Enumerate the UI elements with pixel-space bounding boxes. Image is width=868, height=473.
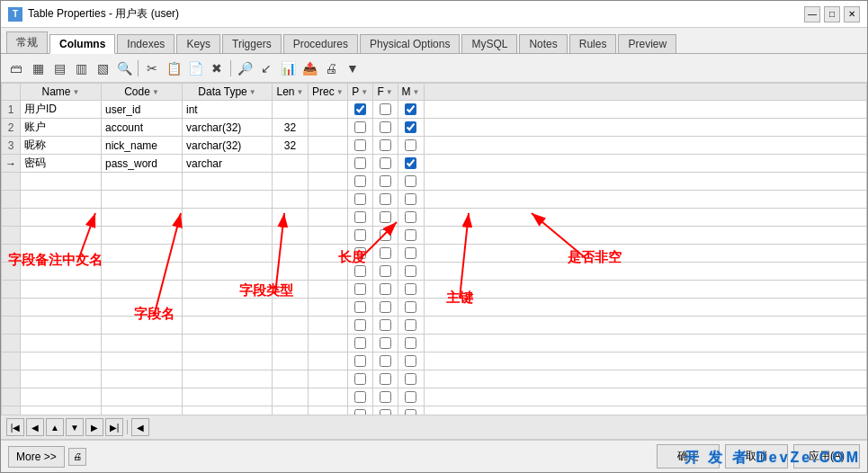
cell-foreign-key[interactable] [372,353,398,370]
cell-primary-key[interactable] [347,299,372,317]
nav-last[interactable]: ▶| [105,418,123,436]
col-header-len[interactable]: Len ▼ [273,84,309,101]
tab-columns[interactable]: Columns [49,34,115,54]
cell-datatype[interactable] [183,173,273,191]
cell-mandatory[interactable] [398,281,424,299]
cell-prec[interactable] [309,155,348,173]
cell-primary-key[interactable] [347,281,372,299]
cell-datatype[interactable] [183,299,273,317]
cell-foreign-key[interactable] [372,209,398,227]
col-header-datatype[interactable]: Data Type ▼ [183,84,273,101]
cell-mandatory[interactable] [398,406,424,415]
cell-len[interactable] [273,317,309,335]
cell-prec[interactable] [309,335,348,353]
cell-datatype[interactable]: varchar(32) [183,137,273,155]
cell-name[interactable] [21,173,102,191]
cell-name[interactable] [21,245,102,263]
cell-code[interactable] [102,281,183,299]
cell-len[interactable] [273,299,309,317]
cell-datatype[interactable] [183,406,273,415]
cell-len[interactable] [273,209,309,227]
toolbar-btn-dropdown[interactable]: ▼ [343,58,362,78]
cell-len[interactable] [273,370,309,388]
cell-name[interactable] [21,263,102,281]
col-header-M[interactable]: M ▼ [398,84,424,101]
cell-datatype[interactable] [183,245,273,263]
cell-name[interactable] [21,281,102,299]
cell-foreign-key[interactable] [372,406,398,415]
cell-datatype[interactable] [183,227,273,245]
tab-mysql[interactable]: MySQL [461,34,517,53]
cell-primary-key[interactable] [347,406,372,415]
cell-foreign-key[interactable] [372,263,398,281]
cell-len[interactable] [273,155,309,173]
cell-code[interactable] [102,317,183,335]
cell-datatype[interactable] [183,263,273,281]
cell-code[interactable] [102,263,183,281]
cell-prec[interactable] [309,245,348,263]
cell-datatype[interactable] [183,353,273,370]
cell-prec[interactable] [309,173,348,191]
cell-mandatory[interactable] [398,191,424,209]
cell-prec[interactable] [309,209,348,227]
more-button[interactable]: More >> [8,446,65,468]
cell-mandatory[interactable] [398,317,424,335]
tab-physical-options[interactable]: Physical Options [360,34,460,53]
toolbar-btn-chart[interactable]: 📊 [278,58,298,78]
toolbar-btn-new[interactable]: 🗃 [6,58,26,78]
cell-mandatory[interactable] [398,353,424,370]
cell-code[interactable] [102,227,183,245]
cell-datatype[interactable] [183,281,273,299]
cell-foreign-key[interactable] [372,155,398,173]
cell-mandatory[interactable] [398,209,424,227]
cell-foreign-key[interactable] [372,299,398,317]
cell-name[interactable]: 账户 [21,119,102,137]
cell-foreign-key[interactable] [372,317,398,335]
toolbar-btn-delete[interactable]: ✖ [207,58,227,78]
cell-code[interactable] [102,191,183,209]
cell-primary-key[interactable] [347,370,372,388]
cell-prec[interactable] [309,227,348,245]
cell-foreign-key[interactable] [372,370,398,388]
col-header-name[interactable]: Name ▼ [21,84,102,101]
cell-name[interactable] [21,227,102,245]
nav-next[interactable]: ▶ [85,418,103,436]
cell-primary-key[interactable] [347,245,372,263]
cell-datatype[interactable] [183,317,273,335]
cell-foreign-key[interactable] [372,227,398,245]
cell-code[interactable] [102,335,183,353]
cell-len[interactable] [273,101,309,119]
minimize-button[interactable]: — [804,6,820,22]
cell-mandatory[interactable] [398,388,424,406]
tab-regular[interactable]: 常规 [6,31,48,53]
cell-primary-key[interactable] [347,155,372,173]
tab-keys[interactable]: Keys [176,34,220,53]
cell-foreign-key[interactable] [372,388,398,406]
toolbar-btn-paste[interactable]: 📄 [185,58,205,78]
cell-prec[interactable] [309,353,348,370]
tab-notes[interactable]: Notes [519,34,567,53]
toolbar-btn-find[interactable]: 🔎 [235,58,255,78]
cell-len[interactable] [273,406,309,415]
toolbar-btn-grid1[interactable]: ▦ [28,58,48,78]
toolbar-btn-grid3[interactable]: ▥ [71,58,91,78]
cell-code[interactable] [102,370,183,388]
cell-len[interactable] [273,263,309,281]
col-header-F[interactable]: F ▼ [372,84,398,101]
restore-button[interactable]: □ [824,6,840,22]
nav-scroll-left[interactable]: ◀ [131,418,149,436]
cell-primary-key[interactable] [347,263,372,281]
cell-code[interactable]: user_id [102,101,183,119]
cell-foreign-key[interactable] [372,119,398,137]
cell-foreign-key[interactable] [372,335,398,353]
cell-len[interactable]: 32 [273,119,309,137]
cell-mandatory[interactable] [398,245,424,263]
cell-name[interactable]: 密码 [21,155,102,173]
cell-mandatory[interactable] [398,173,424,191]
cell-mandatory[interactable] [398,335,424,353]
nav-up[interactable]: ▲ [46,418,64,436]
cell-mandatory[interactable] [398,137,424,155]
cell-prec[interactable] [309,101,348,119]
cell-prec[interactable] [309,317,348,335]
cell-name[interactable]: 用户ID [21,101,102,119]
